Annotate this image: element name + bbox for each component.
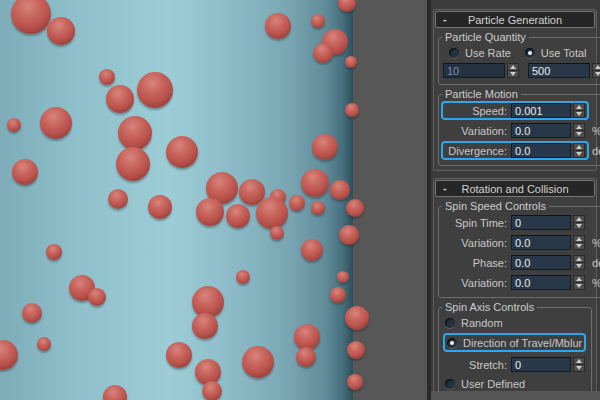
- particle-sphere: [166, 342, 192, 368]
- phase-field[interactable]: [511, 255, 571, 270]
- speed-row: Speed:: [441, 101, 600, 120]
- particle-sphere: [202, 381, 222, 400]
- particle-sphere: [88, 288, 106, 306]
- phase-spinner[interactable]: [573, 255, 585, 270]
- spin-variation-field[interactable]: [511, 235, 571, 250]
- particle-sphere: [12, 159, 38, 185]
- particle-sphere: [289, 195, 305, 211]
- spin-variation-row: Variation: %: [441, 233, 600, 252]
- collapse-minus-icon[interactable]: -: [443, 12, 447, 27]
- rollout-header-rotation-collision[interactable]: - Rotation and Collision: [435, 180, 595, 197]
- rate-field[interactable]: [443, 63, 505, 78]
- spin-time-spinner[interactable]: [573, 215, 585, 230]
- particle-sphere: [338, 0, 356, 12]
- particle-sphere: [296, 347, 316, 367]
- variation-spinner[interactable]: [573, 123, 585, 138]
- spin-time-field[interactable]: [511, 215, 571, 230]
- group-title: Particle Motion: [442, 89, 521, 99]
- divergence-field[interactable]: [511, 143, 571, 158]
- spinner-up-icon[interactable]: [507, 63, 519, 71]
- radio-circle-icon: [447, 338, 457, 348]
- speed-spinner[interactable]: [573, 103, 585, 118]
- divergence-row: Divergence: deg: [441, 141, 600, 160]
- speed-field[interactable]: [511, 103, 571, 118]
- radio-circle-icon: [525, 48, 535, 58]
- particle-sphere: [346, 199, 364, 217]
- particle-sphere: [236, 270, 250, 284]
- spinner-down-icon[interactable]: [573, 131, 585, 138]
- spinner-down-icon[interactable]: [573, 365, 585, 372]
- spinner-up-icon[interactable]: [573, 255, 585, 263]
- particle-sphere: [40, 107, 72, 139]
- spin-time-row: Spin Time:: [441, 213, 600, 232]
- spinner-up-icon[interactable]: [573, 103, 585, 111]
- spinner-down-icon[interactable]: [573, 111, 585, 118]
- phase-variation-field[interactable]: [511, 275, 571, 290]
- spinner-up-icon[interactable]: [592, 63, 600, 71]
- particle-sphere: [270, 226, 284, 240]
- particle-sphere: [148, 195, 172, 219]
- group-spin-speed-controls: Spin Speed Controls Spin Time: Var: [438, 201, 600, 298]
- particle-sphere: [196, 198, 224, 226]
- particle-sphere: [108, 189, 128, 209]
- spinner-up-icon[interactable]: [573, 215, 585, 223]
- spinner-up-icon[interactable]: [573, 357, 585, 365]
- unit-suffix: deg: [592, 257, 600, 269]
- particle-sphere: [330, 287, 346, 303]
- radio-random[interactable]: Random: [445, 315, 503, 330]
- radio-direction-of-travel[interactable]: Direction of Travel/Mblur: [447, 335, 582, 350]
- rate-spinner[interactable]: [507, 63, 519, 78]
- particle-sphere: [116, 147, 150, 181]
- particle-sphere: [345, 306, 369, 330]
- particle-sphere: [347, 341, 365, 359]
- phase-variation-row: Variation: %: [441, 273, 600, 292]
- group-title: Particle Quantity: [442, 32, 529, 42]
- particle-sphere: [339, 225, 359, 245]
- spinner-down-icon[interactable]: [573, 283, 585, 290]
- spinner-up-icon[interactable]: [573, 235, 585, 243]
- particle-sphere: [312, 134, 338, 160]
- total-field[interactable]: [528, 63, 590, 78]
- max-particle-ui: - Particle Generation Particle Quantity …: [0, 0, 600, 400]
- spinner-down-icon[interactable]: [507, 71, 519, 78]
- group-particle-quantity: Particle Quantity Use Rate Use Total: [438, 32, 600, 85]
- spinner-down-icon[interactable]: [573, 263, 585, 270]
- spin-variation-spinner[interactable]: [573, 235, 585, 250]
- spinner-down-icon[interactable]: [573, 243, 585, 250]
- radio-label: Random: [461, 317, 503, 329]
- divergence-spinner[interactable]: [573, 143, 585, 158]
- stretch-label: Stretch:: [445, 359, 511, 371]
- divergence-label: Divergence:: [445, 145, 511, 157]
- spinner-up-icon[interactable]: [573, 123, 585, 131]
- total-spinner[interactable]: [592, 63, 600, 78]
- spinner-down-icon[interactable]: [573, 223, 585, 230]
- rollout-rotation-collision: - Rotation and Collision Spin Speed Cont…: [433, 178, 597, 400]
- collapse-minus-icon[interactable]: -: [443, 181, 447, 196]
- stretch-spinner[interactable]: [573, 357, 585, 372]
- radio-use-total[interactable]: Use Total: [525, 45, 587, 60]
- variation-label: Variation:: [445, 125, 511, 137]
- phase-label: Phase:: [445, 257, 511, 269]
- spinner-up-icon[interactable]: [573, 143, 585, 151]
- group-title: Spin Axis Controls: [442, 302, 537, 312]
- particle-sphere: [301, 239, 323, 261]
- group-spin-axis-controls: Spin Axis Controls Random Direction of T…: [438, 302, 592, 400]
- stretch-field[interactable]: [511, 357, 571, 372]
- radio-circle-icon: [449, 48, 459, 58]
- variation-field[interactable]: [511, 123, 571, 138]
- radio-circle-icon: [445, 379, 455, 389]
- command-panel: - Particle Generation Particle Quantity …: [431, 0, 600, 400]
- radio-user-defined[interactable]: User Defined: [445, 376, 525, 391]
- group-particle-motion: Particle Motion Speed: Variation:: [438, 89, 600, 166]
- rollout-header-particle-generation[interactable]: - Particle Generation: [435, 11, 595, 28]
- phase-variation-spinner[interactable]: [573, 275, 585, 290]
- spinner-down-icon[interactable]: [592, 71, 600, 78]
- viewport[interactable]: [0, 0, 427, 400]
- stretch-row: Stretch:: [441, 355, 589, 374]
- particle-sphere: [256, 197, 288, 229]
- radio-use-rate[interactable]: Use Rate: [449, 45, 511, 60]
- spinner-up-icon[interactable]: [573, 275, 585, 283]
- radio-label: Use Total: [541, 47, 587, 59]
- unit-suffix: deg: [592, 145, 600, 157]
- spinner-down-icon[interactable]: [573, 151, 585, 158]
